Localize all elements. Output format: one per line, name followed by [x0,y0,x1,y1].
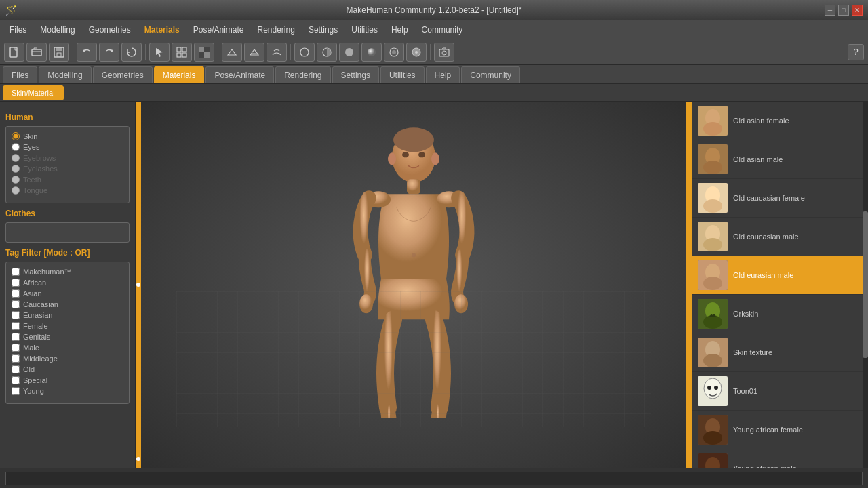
toolbar-sphere-solid[interactable] [339,43,359,62]
toolbar-select[interactable] [149,43,170,62]
menu-geometries[interactable]: Geometries [82,22,138,37]
cb-female[interactable] [12,322,20,330]
menu-help[interactable]: Help [384,22,415,37]
toolbar-open[interactable] [26,43,47,62]
close-button[interactable]: ✕ [852,5,863,16]
skin-thumb-old-asian-male [698,144,728,174]
skin-item-toon01[interactable]: Toon01 [692,372,868,411]
cb-male[interactable] [12,344,20,352]
skin-item-old-asian-male[interactable]: Old asian male [692,140,868,179]
skin-item-old-caucasian-female[interactable]: Old caucasian female [692,179,868,218]
svg-point-23 [442,51,446,55]
skin-item-old-eurasian-male[interactable]: Old eurasian male [692,256,868,295]
titlebar-controls: ─ □ ✕ [825,5,863,16]
tag-filter-panel: Makehuman™ African Asian Caucasian Euras… [5,262,130,404]
minimize-button[interactable]: ─ [825,5,835,16]
menu-modelling[interactable]: Modelling [33,22,81,37]
tab-help[interactable]: Help [426,66,460,83]
cb-asian[interactable] [12,289,20,298]
toolbar-refresh[interactable] [121,43,142,62]
toolbar-new[interactable] [4,43,24,62]
skin-label-young-african-female: Young african female [733,425,803,434]
eyelashes-radio-item: Eyelashes [12,165,123,173]
left-panel: Human Skin Eyes Eyebrows Eyelashes Teeth [0,102,136,468]
skin-item-old-asian-female[interactable]: Old asian female [692,102,868,140]
svg-point-33 [402,152,409,157]
menu-materials[interactable]: Materials [138,22,186,37]
svg-rect-12 [199,52,204,58]
tab-community[interactable]: Community [461,66,520,83]
svg-point-44 [703,161,722,174]
skin-item-old-caucasian-male[interactable]: Old caucasian male [692,218,868,256]
cb-african[interactable] [12,279,20,287]
toolbar-smooth2[interactable] [244,43,264,62]
eyebrows-radio-item: Eyebrows [12,154,123,162]
toolbar-undo[interactable] [77,43,97,62]
toolbar-redo[interactable] [99,43,119,62]
menu-rendering[interactable]: Rendering [251,22,302,37]
menu-pose-animate[interactable]: Pose/Animate [186,22,251,37]
tab-materials[interactable]: Materials [154,66,205,83]
toolbar-sphere-lit[interactable] [361,43,382,62]
svg-rect-4 [57,53,61,56]
clothes-section-title: Clothes [5,209,130,218]
status-input[interactable] [5,472,863,485]
menu-files[interactable]: Files [3,22,33,37]
eyes-radio[interactable] [12,143,20,151]
svg-rect-38 [176,291,651,427]
toolbar-sphere-wire[interactable] [294,43,315,62]
toolbar-sphere-half[interactable] [317,43,337,62]
toolbar-save[interactable] [49,43,69,62]
cb-makehuman[interactable] [12,268,20,276]
skin-item-orkskin[interactable]: Orkskin [692,295,868,333]
svg-rect-6 [177,47,181,52]
human-panel: Skin Eyes Eyebrows Eyelashes Teeth Tongu… [5,126,130,203]
toolbar-camera[interactable] [434,43,454,62]
menu-utilities[interactable]: Utilities [344,22,384,37]
menu-settings[interactable]: Settings [302,22,344,37]
toolbar-checker[interactable] [194,43,214,62]
right-scrollbar-thumb[interactable] [863,211,868,358]
svg-point-16 [345,48,353,56]
cb-old[interactable] [12,365,20,373]
tab-rendering[interactable]: Rendering [275,66,330,83]
tab-utilities[interactable]: Utilities [380,66,425,83]
right-scrollbar[interactable] [863,102,868,468]
toolbar-smooth3[interactable] [267,43,287,62]
menu-community[interactable]: Community [415,22,470,37]
toolbar-smooth1[interactable] [222,43,242,62]
tab-settings[interactable]: Settings [332,66,379,83]
tab-modelling[interactable]: Modelling [39,66,91,83]
toolbar-grid[interactable] [172,43,192,62]
toolbar-sphere-env[interactable] [384,43,404,62]
cb-eurasian[interactable] [12,311,20,319]
toolbar-sep3 [218,44,218,60]
subtab-skin-material[interactable]: Skin/Material [3,85,64,100]
tab-pose-animate[interactable]: Pose/Animate [205,66,274,83]
svg-point-21 [415,51,418,54]
svg-point-47 [703,199,722,213]
skin-label-toon01: Toon01 [733,386,757,396]
skin-item-skin-texture[interactable]: Skin texture [692,333,868,372]
cb-caucasian[interactable] [12,300,20,308]
restore-button[interactable]: □ [838,5,849,16]
main-content: Human Skin Eyes Eyebrows Eyelashes Teeth [0,102,868,468]
skin-item-young-african-male[interactable]: Young african male [692,449,868,468]
skin-radio[interactable] [12,132,20,140]
tab-files[interactable]: Files [3,66,37,83]
viewport[interactable] [136,102,692,468]
svg-rect-26 [407,179,420,194]
teeth-radio [12,176,20,184]
help-button[interactable]: ? [848,44,864,60]
tag-old: Old [12,365,123,373]
tag-makehuman: Makehuman™ [12,268,123,276]
svg-marker-5 [156,48,163,57]
cb-middleage[interactable] [12,354,20,363]
toolbar-sphere-both[interactable] [406,43,427,62]
skin-item-young-african-female[interactable]: Young african female [692,411,868,449]
skin-label-skin-texture: Skin texture [733,348,772,357]
cb-genitals[interactable] [12,333,20,341]
cb-young[interactable] [12,387,20,395]
cb-special[interactable] [12,376,20,384]
tab-geometries[interactable]: Geometries [93,66,153,83]
